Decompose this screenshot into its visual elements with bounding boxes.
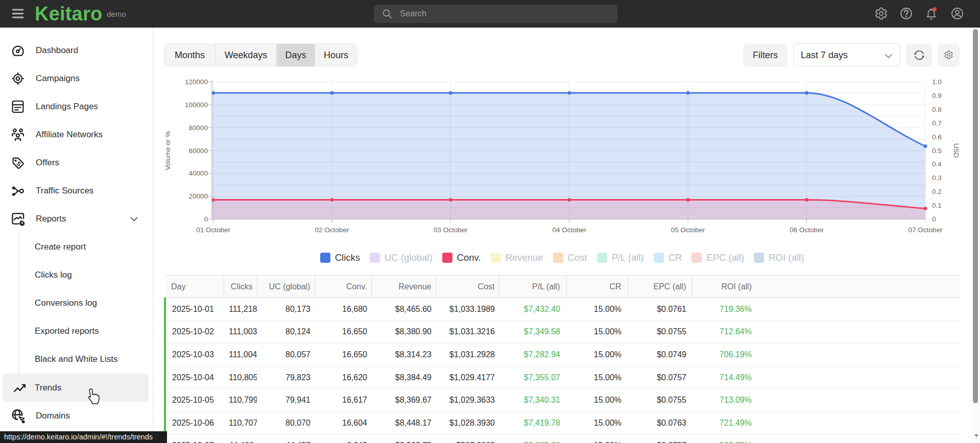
svg-text:0: 0	[204, 215, 208, 223]
svg-text:0.1: 0.1	[932, 202, 942, 209]
svg-text:60000: 60000	[188, 147, 208, 155]
svg-text:0.8: 0.8	[932, 106, 942, 113]
svg-text:07 October: 07 October	[909, 226, 943, 234]
svg-text:0.6: 0.6	[932, 133, 942, 141]
svg-text:0.5: 0.5	[932, 147, 942, 155]
svg-text:0.2: 0.2	[932, 188, 942, 195]
svg-text:0.3: 0.3	[932, 174, 942, 182]
svg-text:02 October: 02 October	[315, 226, 349, 234]
svg-text:04 October: 04 October	[552, 226, 586, 234]
svg-text:03 October: 03 October	[434, 226, 468, 234]
svg-text:1.0: 1.0	[932, 78, 942, 86]
svg-text:80000: 80000	[188, 124, 208, 132]
svg-text:05 October: 05 October	[671, 226, 705, 234]
svg-text:20000: 20000	[188, 192, 208, 200]
svg-text:100000: 100000	[185, 101, 208, 109]
svg-text:USD: USD	[952, 143, 960, 158]
svg-text:0.7: 0.7	[932, 119, 942, 127]
svg-text:120000: 120000	[185, 78, 208, 86]
svg-text:0.9: 0.9	[932, 92, 942, 100]
svg-text:0.4: 0.4	[932, 160, 942, 168]
svg-text:0: 0	[932, 215, 936, 223]
svg-text:40000: 40000	[188, 169, 208, 177]
svg-text:01 October: 01 October	[196, 226, 230, 234]
svg-text:Volume or %: Volume or %	[164, 131, 172, 170]
svg-text:06 October: 06 October	[790, 226, 824, 234]
